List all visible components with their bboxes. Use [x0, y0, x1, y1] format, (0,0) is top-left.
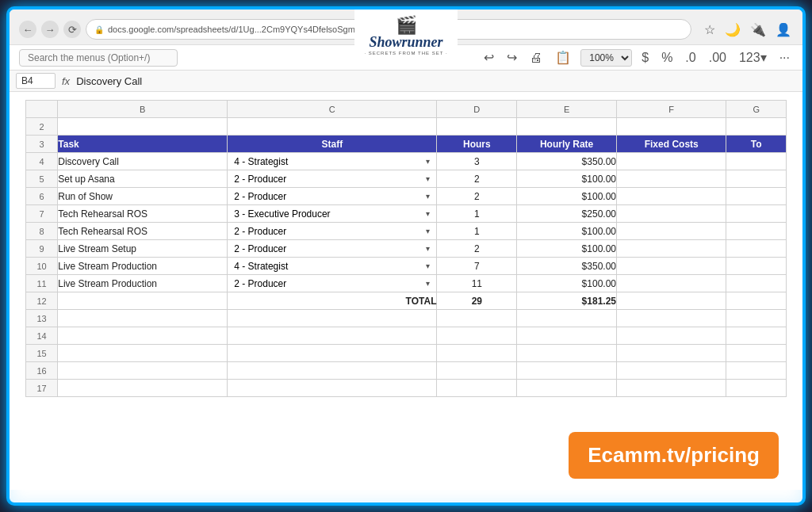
- cell-staff-9[interactable]: 2 - Producer ▾: [228, 240, 437, 258]
- promo-text: Ecamm.tv/pricing: [588, 443, 760, 467]
- cell-fixed-11[interactable]: [617, 275, 726, 292]
- cell-staff-6[interactable]: 2 - Producer ▾: [228, 188, 437, 205]
- undo-button[interactable]: ↩: [481, 48, 497, 67]
- copy-format-button[interactable]: 📋: [552, 48, 574, 67]
- cell-total-11[interactable]: [726, 275, 787, 292]
- col-header-c[interactable]: C: [228, 101, 437, 118]
- row-2: 2: [26, 118, 787, 136]
- cell-hours-10[interactable]: 7: [437, 258, 517, 275]
- dropdown-arrow-6: ▾: [426, 192, 430, 201]
- cell-fixed-6[interactable]: [617, 188, 726, 205]
- currency-button[interactable]: $: [638, 49, 652, 67]
- total-fixed[interactable]: [617, 292, 726, 310]
- cell-staff-8[interactable]: 2 - Producer ▾: [228, 223, 437, 240]
- row-header-10: 10: [26, 258, 58, 275]
- cell-total-5[interactable]: [726, 170, 787, 188]
- more-button[interactable]: ···: [776, 49, 793, 67]
- extension-icon[interactable]: 🌙: [723, 21, 742, 39]
- cell-rate-5[interactable]: $100.00: [517, 170, 617, 188]
- cell-staff-11[interactable]: 2 - Producer ▾: [228, 275, 437, 292]
- zoom-select[interactable]: 100% 75% 125%: [580, 49, 632, 67]
- cell-task-8[interactable]: Tech Rehearsal ROS: [58, 223, 228, 240]
- cell-total-10[interactable]: [726, 258, 787, 275]
- cell-e2[interactable]: [517, 118, 617, 136]
- cell-staff-4[interactable]: 4 - Strategist ▾: [228, 153, 437, 170]
- row-13: 13: [26, 310, 787, 327]
- total-header[interactable]: To: [726, 136, 787, 153]
- cell-c2[interactable]: [228, 118, 437, 136]
- task-header[interactable]: Task: [58, 136, 228, 153]
- formula-bar: fx Discovery Call: [10, 71, 802, 92]
- extensions-icon[interactable]: 🔌: [749, 21, 768, 39]
- cell-staff-10[interactable]: 4 - Strategist ▾: [228, 258, 437, 275]
- total-rate: $181.25: [517, 292, 617, 310]
- row-header-3: 3: [26, 136, 58, 153]
- hourly-rate-header[interactable]: Hourly Rate: [517, 136, 617, 153]
- cell-rate-8[interactable]: $100.00: [517, 223, 617, 240]
- cell-task-5[interactable]: Set up Asana: [58, 170, 228, 188]
- cell-total-4[interactable]: [726, 153, 787, 170]
- menu-search-input[interactable]: [19, 49, 178, 67]
- cell-fixed-5[interactable]: [617, 170, 726, 188]
- cell-hours-4[interactable]: 3: [437, 153, 517, 170]
- cell-b2[interactable]: [58, 118, 228, 136]
- percent-button[interactable]: %: [658, 49, 676, 67]
- col-header-f[interactable]: F: [617, 101, 726, 118]
- cell-d2[interactable]: [437, 118, 517, 136]
- cell-rate-9[interactable]: $100.00: [517, 240, 617, 258]
- total-hours: 29: [437, 292, 517, 310]
- back-button[interactable]: ←: [19, 21, 36, 38]
- cell-total-7[interactable]: [726, 205, 787, 223]
- cell-rate-6[interactable]: $100.00: [517, 188, 617, 205]
- browser-icons: ☆ 🌙 🔌 👤: [703, 21, 793, 39]
- cell-fixed-8[interactable]: [617, 223, 726, 240]
- cell-staff-7[interactable]: 3 - Executive Producer ▾: [228, 205, 437, 223]
- profile-icon[interactable]: 👤: [774, 21, 793, 39]
- cell-rate-10[interactable]: $350.00: [517, 258, 617, 275]
- cell-hours-9[interactable]: 2: [437, 240, 517, 258]
- cell-staff-5[interactable]: 2 - Producer ▾: [228, 170, 437, 188]
- total-label: TOTAL: [228, 292, 437, 310]
- cell-fixed-7[interactable]: [617, 205, 726, 223]
- bookmark-icon[interactable]: ☆: [703, 21, 717, 39]
- cell-task-6[interactable]: Run of Show: [58, 188, 228, 205]
- cell-task-10[interactable]: Live Stream Production: [58, 258, 228, 275]
- cell-hours-5[interactable]: 2: [437, 170, 517, 188]
- cell-reference-input[interactable]: [16, 73, 56, 89]
- cell-task-11[interactable]: Live Stream Production: [58, 275, 228, 292]
- col-header-d[interactable]: D: [437, 101, 517, 118]
- cell-f2[interactable]: [617, 118, 726, 136]
- cell-rate-7[interactable]: $250.00: [517, 205, 617, 223]
- number-format-button[interactable]: 123▾: [736, 48, 770, 67]
- col-header-b[interactable]: B: [58, 101, 228, 118]
- cell-rate-11[interactable]: $100.00: [517, 275, 617, 292]
- col-header-e[interactable]: E: [517, 101, 617, 118]
- cell-total-6[interactable]: [726, 188, 787, 205]
- cell-hours-8[interactable]: 1: [437, 223, 517, 240]
- hours-header[interactable]: Hours: [437, 136, 517, 153]
- cell-task-4[interactable]: Discovery Call: [58, 153, 228, 170]
- cell-hours-7[interactable]: 1: [437, 205, 517, 223]
- cell-hours-11[interactable]: 11: [437, 275, 517, 292]
- total-g12[interactable]: [726, 292, 787, 310]
- cell-fixed-4[interactable]: [617, 153, 726, 170]
- col-header-g[interactable]: G: [726, 101, 787, 118]
- reload-button[interactable]: ⟳: [63, 21, 81, 38]
- cell-fixed-9[interactable]: [617, 240, 726, 258]
- cell-fixed-10[interactable]: [617, 258, 726, 275]
- cell-task-7[interactable]: Tech Rehearsal ROS: [58, 205, 228, 223]
- print-button[interactable]: 🖨: [527, 49, 546, 67]
- decimal-decrease-button[interactable]: .0: [682, 49, 699, 67]
- cell-g2[interactable]: [726, 118, 787, 136]
- cell-total-8[interactable]: [726, 223, 787, 240]
- cell-total-9[interactable]: [726, 240, 787, 258]
- decimal-increase-button[interactable]: .00: [706, 49, 730, 67]
- cell-task-9[interactable]: Live Stream Setup: [58, 240, 228, 258]
- staff-header[interactable]: Staff: [228, 136, 437, 153]
- cell-rate-4[interactable]: $350.00: [517, 153, 617, 170]
- forward-button[interactable]: →: [41, 21, 59, 38]
- cell-b12[interactable]: [58, 292, 228, 310]
- cell-hours-6[interactable]: 2: [437, 188, 517, 205]
- fixed-costs-header[interactable]: Fixed Costs: [617, 136, 726, 153]
- redo-button[interactable]: ↪: [504, 48, 520, 67]
